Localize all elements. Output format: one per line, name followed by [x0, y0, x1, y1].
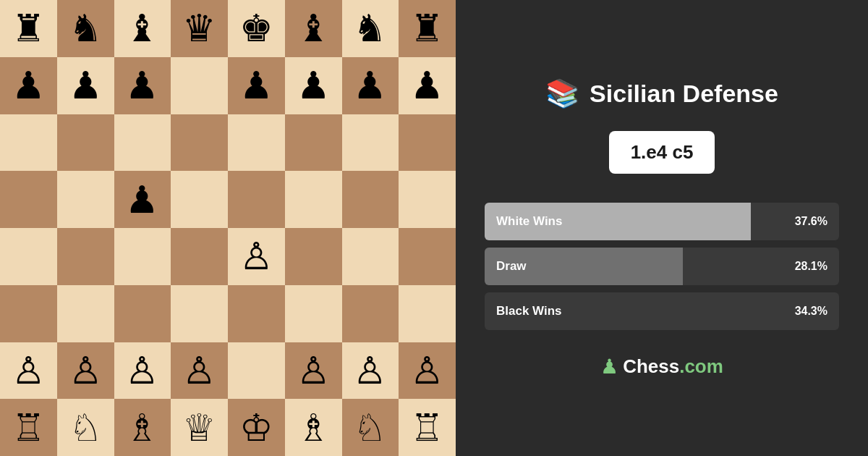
moves-badge: 1.e4 c5: [609, 131, 715, 174]
cell-r2-c4: [228, 114, 285, 172]
cell-r4-c6: [342, 228, 399, 285]
cell-r4-c1: [57, 228, 114, 285]
stat-percent-0: 37.6%: [795, 215, 839, 228]
cell-r5-c7: [399, 285, 456, 342]
cell-r7-c3: ♕: [171, 399, 228, 456]
cell-r2-c2: [114, 114, 171, 172]
cell-r0-c1: ♞: [57, 0, 114, 57]
cell-r3-c5: [285, 171, 342, 228]
cell-r0-c5: ♝: [285, 0, 342, 57]
cell-r2-c1: [57, 114, 114, 172]
cell-r7-c1: ♘: [57, 399, 114, 456]
stat-percent-2: 34.3%: [795, 305, 839, 318]
cell-r6-c7: ♙: [399, 342, 456, 400]
info-panel: 📚 Sicilian Defense 1.e4 c5 White Wins37.…: [456, 0, 868, 456]
cell-r0-c3: ♛: [171, 0, 228, 57]
cell-r7-c6: ♘: [342, 399, 399, 456]
cell-r1-c0: ♟: [0, 57, 57, 114]
cell-r3-c0: [0, 171, 57, 228]
cell-r7-c5: ♗: [285, 399, 342, 456]
stat-row-0: White Wins37.6%: [485, 203, 839, 240]
cell-r5-c6: [342, 285, 399, 342]
cell-r1-c3: [171, 57, 228, 114]
cell-r0-c2: ♝: [114, 0, 171, 57]
cell-r5-c2: [114, 285, 171, 342]
cell-r3-c3: [171, 171, 228, 228]
stat-percent-1: 28.1%: [795, 260, 839, 273]
stats-container: White Wins37.6%Draw28.1%Black Wins34.3%: [485, 203, 839, 330]
cell-r5-c1: [57, 285, 114, 342]
cell-r1-c2: ♟: [114, 57, 171, 114]
cell-r3-c2: ♟: [114, 171, 171, 228]
cell-r3-c4: [228, 171, 285, 228]
cell-r1-c4: ♟: [228, 57, 285, 114]
stat-label-0: White Wins: [485, 214, 795, 229]
stat-label-1: Draw: [485, 259, 795, 274]
cell-r6-c1: ♙: [57, 342, 114, 400]
cell-r1-c6: ♟: [342, 57, 399, 114]
cell-r6-c5: ♙: [285, 342, 342, 400]
stat-label-2: Black Wins: [485, 304, 795, 318]
cell-r0-c4: ♚: [228, 0, 285, 57]
chess-board: ♜♞♝♛♚♝♞♜♟♟♟♟♟♟♟♟♙♙♙♙♙♙♙♙♖♘♗♕♔♗♘♖: [0, 0, 456, 456]
cell-r4-c7: [399, 228, 456, 285]
cell-r6-c2: ♙: [114, 342, 171, 400]
cell-r7-c2: ♗: [114, 399, 171, 456]
cell-r5-c4: [228, 285, 285, 342]
cell-r4-c3: [171, 228, 228, 285]
cell-r6-c4: [228, 342, 285, 400]
cell-r4-c0: [0, 228, 57, 285]
cell-r2-c3: [171, 114, 228, 172]
cell-r7-c0: ♖: [0, 399, 57, 456]
chess-board-section: ♜♞♝♛♚♝♞♜♟♟♟♟♟♟♟♟♙♙♙♙♙♙♙♙♖♘♗♕♔♗♘♖: [0, 0, 456, 456]
cell-r7-c7: ♖: [399, 399, 456, 456]
cell-r1-c1: ♟: [57, 57, 114, 114]
cell-r5-c0: [0, 285, 57, 342]
cell-r0-c6: ♞: [342, 0, 399, 57]
cell-r4-c2: [114, 228, 171, 285]
cell-r2-c6: [342, 114, 399, 172]
cell-r3-c1: [57, 171, 114, 228]
opening-icon: 📚: [545, 77, 579, 109]
cell-r4-c4: ♙: [228, 228, 285, 285]
cell-r3-c6: [342, 171, 399, 228]
cell-r6-c3: ♙: [171, 342, 228, 400]
stat-row-1: Draw28.1%: [485, 248, 839, 285]
cell-r0-c7: ♜: [399, 0, 456, 57]
chess-logo-domain: .com: [679, 355, 723, 377]
cell-r1-c5: ♟: [285, 57, 342, 114]
cell-r2-c7: [399, 114, 456, 172]
chess-logo: ♟ Chess.com: [600, 355, 723, 379]
cell-r3-c7: [399, 171, 456, 228]
cell-r5-c5: [285, 285, 342, 342]
opening-title: Sicilian Defense: [590, 80, 778, 108]
stat-row-2: Black Wins34.3%: [485, 292, 839, 330]
cell-r2-c5: [285, 114, 342, 172]
cell-r2-c0: [0, 114, 57, 172]
cell-r5-c3: [171, 285, 228, 342]
cell-r6-c0: ♙: [0, 342, 57, 400]
opening-header: 📚 Sicilian Defense: [545, 77, 778, 109]
cell-r1-c7: ♟: [399, 57, 456, 114]
chess-logo-text: Chess.com: [623, 355, 723, 378]
chess-logo-icon: ♟: [600, 355, 618, 379]
cell-r4-c5: [285, 228, 342, 285]
cell-r7-c4: ♔: [228, 399, 285, 456]
cell-r6-c6: ♙: [342, 342, 399, 400]
cell-r0-c0: ♜: [0, 0, 57, 57]
